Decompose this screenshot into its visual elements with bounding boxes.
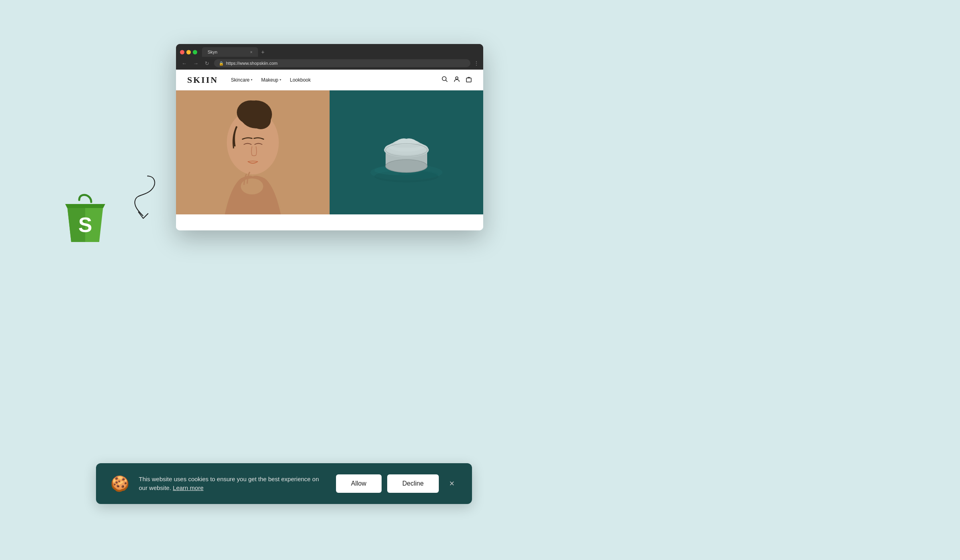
forward-button[interactable]: → [192,60,200,67]
makeup-chevron: ▾ [280,78,281,82]
new-tab-button[interactable]: + [261,49,264,55]
search-icon[interactable] [442,76,448,84]
cookie-icon: 🍪 [110,475,129,492]
header-icons [442,76,472,84]
learn-more-link[interactable]: Learn more [173,484,204,491]
site-nav: Skincare ▾ Makeup ▾ Lookbook [231,77,442,83]
traffic-light-yellow[interactable] [186,50,191,54]
shopify-logo: S [59,188,111,248]
svg-text:S: S [78,213,92,236]
allow-button[interactable]: Allow [336,474,382,493]
cookie-text: This website uses cookies to ensure you … [139,475,326,493]
cart-icon[interactable] [466,76,472,84]
browser-chrome: Skyn × + ← → ↻ 🔒 https://www.shopskiin.c… [176,44,483,70]
site-header: SKIIN Skincare ▾ Makeup ▾ Lookbook [176,70,483,90]
nav-skincare[interactable]: Skincare ▾ [231,77,252,83]
tab-close-button[interactable]: × [250,50,252,54]
website-content: SKIIN Skincare ▾ Makeup ▾ Lookbook [176,70,483,230]
browser-address-bar: ← → ↻ 🔒 https://www.shopskiin.com ⋮ [176,57,483,70]
lock-icon: 🔒 [219,61,224,66]
svg-point-3 [456,77,458,79]
url-text: https://www.shopskiin.com [226,61,278,66]
close-button[interactable]: × [446,477,458,490]
svg-rect-4 [466,78,471,82]
site-logo: SKIIN [187,75,218,85]
hero-bottom [176,214,483,230]
person-illustration [209,90,297,214]
tab-title: Skyn [208,50,247,54]
account-icon[interactable] [454,76,460,84]
svg-line-2 [446,80,448,82]
cookie-banner: 🍪 This website uses cookies to ensure yo… [96,463,472,504]
svg-rect-12 [209,90,297,214]
browser-tab-bar: Skyn × + [176,44,483,57]
back-button[interactable]: ← [180,60,188,67]
browser-window: Skyn × + ← → ↻ 🔒 https://www.shopskiin.c… [176,44,483,230]
hero-right [330,90,483,214]
hero-left [176,90,330,214]
traffic-light-red[interactable] [180,50,184,54]
address-field[interactable]: 🔒 https://www.shopskiin.com [214,59,470,67]
hero-container [176,90,483,214]
browser-tab-active[interactable]: Skyn × [202,47,258,57]
nav-lookbook[interactable]: Lookbook [290,77,311,83]
skincare-chevron: ▾ [251,78,252,82]
svg-rect-26 [366,112,446,192]
browser-menu-button[interactable]: ⋮ [474,60,479,66]
nav-makeup[interactable]: Makeup ▾ [261,77,281,83]
traffic-light-green[interactable] [193,50,197,54]
decline-button[interactable]: Decline [387,474,439,493]
jar-illustration [366,112,446,192]
traffic-lights [180,50,197,54]
cookie-actions: Allow Decline × [336,474,458,493]
refresh-button[interactable]: ↻ [203,60,211,67]
decorative-arrow [123,172,159,228]
